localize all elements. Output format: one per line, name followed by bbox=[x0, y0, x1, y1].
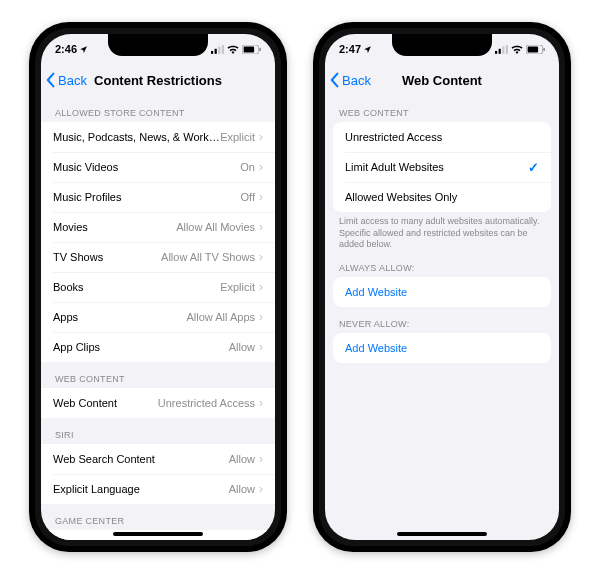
cellular-icon bbox=[211, 45, 224, 54]
chevron-right-icon: › bbox=[259, 453, 263, 465]
section-footer: Limit access to many adult websites auto… bbox=[325, 212, 559, 251]
chevron-right-icon: › bbox=[259, 251, 263, 263]
chevron-right-icon: › bbox=[259, 281, 263, 293]
row-music-videos[interactable]: Music VideosOn› bbox=[41, 152, 275, 182]
wifi-icon bbox=[511, 45, 523, 54]
section-header: Web Content bbox=[325, 96, 559, 122]
chevron-right-icon: › bbox=[259, 131, 263, 143]
cellular-icon bbox=[495, 45, 508, 54]
wifi-icon bbox=[227, 45, 239, 54]
home-indicator bbox=[397, 532, 487, 536]
clock: 2:47 bbox=[339, 43, 361, 55]
section-header: Always Allow: bbox=[325, 251, 559, 277]
screen-right: 2:47 Back Web Co bbox=[325, 34, 559, 540]
scroll-content[interactable]: Web Content Unrestricted Access Limit Ad… bbox=[325, 96, 559, 540]
page-title: Web Content bbox=[402, 73, 482, 88]
location-icon bbox=[363, 45, 372, 54]
section-header: Allowed Store Content bbox=[41, 96, 275, 122]
checkmark-icon: ✓ bbox=[528, 160, 539, 175]
row-books[interactable]: BooksExplicit› bbox=[41, 272, 275, 302]
screen-left: 2:46 Back Conten bbox=[41, 34, 275, 540]
back-button[interactable]: Back bbox=[45, 64, 87, 96]
row-web-search[interactable]: Web Search ContentAllow› bbox=[41, 444, 275, 474]
svg-rect-12 bbox=[528, 46, 539, 52]
battery-icon bbox=[242, 45, 261, 54]
svg-rect-0 bbox=[211, 50, 213, 53]
svg-rect-1 bbox=[215, 48, 217, 53]
chevron-left-icon bbox=[329, 72, 341, 88]
row-apps[interactable]: AppsAllow All Apps› bbox=[41, 302, 275, 332]
battery-icon bbox=[526, 45, 545, 54]
svg-rect-6 bbox=[259, 48, 261, 51]
section-header: Never Allow: bbox=[325, 307, 559, 333]
row-music-profiles[interactable]: Music ProfilesOff› bbox=[41, 182, 275, 212]
row-web-content[interactable]: Web ContentUnrestricted Access› bbox=[41, 388, 275, 418]
chevron-right-icon: › bbox=[259, 341, 263, 353]
row-movies[interactable]: MoviesAllow All Movies› bbox=[41, 212, 275, 242]
svg-rect-8 bbox=[499, 48, 501, 53]
nav-bar: Back Content Restrictions bbox=[41, 64, 275, 96]
option-limit-adult[interactable]: Limit Adult Websites✓ bbox=[333, 152, 551, 182]
phone-frame-left: 2:46 Back Conten bbox=[29, 22, 287, 552]
option-allowed-only[interactable]: Allowed Websites Only bbox=[333, 182, 551, 212]
nav-bar: Back Web Content bbox=[325, 64, 559, 96]
section-header: Web Content bbox=[41, 362, 275, 388]
chevron-right-icon: › bbox=[259, 483, 263, 495]
svg-rect-2 bbox=[218, 46, 220, 53]
phone-frame-right: 2:47 Back Web Co bbox=[313, 22, 571, 552]
chevron-right-icon: › bbox=[259, 191, 263, 203]
back-button[interactable]: Back bbox=[329, 64, 371, 96]
svg-rect-7 bbox=[495, 50, 497, 53]
row-explicit-language[interactable]: Explicit LanguageAllow› bbox=[41, 474, 275, 504]
svg-rect-3 bbox=[222, 45, 224, 54]
option-unrestricted[interactable]: Unrestricted Access bbox=[333, 122, 551, 152]
svg-rect-5 bbox=[244, 46, 255, 52]
clock: 2:46 bbox=[55, 43, 77, 55]
page-title: Content Restrictions bbox=[94, 73, 222, 88]
svg-rect-9 bbox=[502, 46, 504, 53]
add-website-never[interactable]: Add Website bbox=[333, 333, 551, 363]
home-indicator bbox=[113, 532, 203, 536]
add-website-always[interactable]: Add Website bbox=[333, 277, 551, 307]
scroll-content[interactable]: Allowed Store Content Music, Podcasts, N… bbox=[41, 96, 275, 540]
chevron-right-icon: › bbox=[259, 311, 263, 323]
row-tv-shows[interactable]: TV ShowsAllow All TV Shows› bbox=[41, 242, 275, 272]
chevron-left-icon bbox=[45, 72, 57, 88]
notch bbox=[108, 34, 208, 56]
notch bbox=[392, 34, 492, 56]
section-header: Game Center bbox=[41, 504, 275, 530]
section-header: Siri bbox=[41, 418, 275, 444]
back-label: Back bbox=[58, 73, 87, 88]
chevron-right-icon: › bbox=[259, 161, 263, 173]
chevron-right-icon: › bbox=[259, 397, 263, 409]
row-app-clips[interactable]: App ClipsAllow› bbox=[41, 332, 275, 362]
svg-rect-10 bbox=[506, 45, 508, 54]
back-label: Back bbox=[342, 73, 371, 88]
svg-rect-13 bbox=[543, 48, 545, 51]
chevron-right-icon: › bbox=[259, 221, 263, 233]
location-icon bbox=[79, 45, 88, 54]
row-music-podcasts[interactable]: Music, Podcasts, News, & WorkoutsExplici… bbox=[41, 122, 275, 152]
